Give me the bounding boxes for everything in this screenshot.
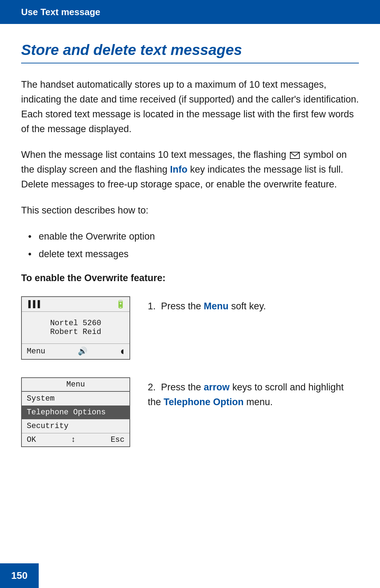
step2-link2: Telephone Option (164, 397, 243, 407)
menu-item-telephone-options: Telephone Options (22, 406, 129, 419)
page-title: Store and delete text messages (21, 42, 359, 63)
menu-softkey-ok: OK (27, 435, 36, 444)
mail-icon (290, 152, 300, 159)
step1-suffix: soft key. (229, 301, 266, 311)
paragraph-2: When the message list contains 10 text m… (21, 148, 359, 192)
menu-item-security: Secutrity (22, 419, 129, 433)
step2-number: 2. (148, 382, 161, 392)
top-banner: Use Text message (0, 0, 380, 24)
signal-icon: ▐▐▐ (26, 300, 40, 309)
menu-screen-2: Menu System Telephone Options Secutrity … (21, 377, 130, 447)
screen-center: Nortel 5260 Robert Reid (22, 312, 129, 344)
menu-bottom-row: OK ↕ Esc (22, 433, 129, 446)
step-1-text: 1. Press the Menu soft key. (148, 296, 359, 314)
menu-item-system: System (22, 392, 129, 406)
step2-suffix: menu. (244, 397, 273, 407)
screen-top-row: ▐▐▐ 🔋 (22, 297, 129, 312)
speaker-icon: ◖ (120, 347, 125, 356)
menu-softkey-arrow: ↕ (71, 435, 76, 444)
step1-number: 1. (148, 301, 161, 311)
step-2-row: Menu System Telephone Options Secutrity … (21, 377, 359, 447)
bullet-item-1: enable the Overwrite option (28, 229, 359, 244)
step-2-text: 2. Press the arrow keys to scroll and hi… (148, 377, 359, 410)
para2-info: Info (170, 164, 187, 175)
step1-prefix: Press the (161, 301, 204, 311)
main-content: Store and delete text messages The hands… (0, 24, 380, 493)
step2-link1: arrow (204, 382, 230, 392)
mute-icon: 🔊 (78, 347, 87, 356)
overwrite-heading: To enable the Overwrite feature: (21, 273, 359, 284)
banner-text: Use Text message (21, 7, 100, 17)
bullet-list: enable the Overwrite option delete text … (28, 229, 359, 262)
section-intro: This section describes how to: (21, 203, 359, 218)
para2-prefix: When the message list contains 10 text m… (21, 149, 289, 160)
screen-line1: Nortel 5260 (26, 319, 125, 328)
battery-icon: 🔋 (116, 300, 125, 309)
page-number: 150 (11, 570, 28, 581)
step-1-row: ▐▐▐ 🔋 Nortel 5260 Robert Reid Menu 🔊 ◖ 1… (21, 296, 359, 360)
screen-bottom-row: Menu 🔊 ◖ (22, 344, 129, 359)
menu-softkey-esc: Esc (110, 435, 125, 444)
menu-title: Menu (22, 378, 129, 392)
page-number-box: 150 (0, 563, 39, 588)
bullet-item-2: delete text messages (28, 247, 359, 262)
step1-link: Menu (204, 301, 229, 311)
step2-prefix: Press the (161, 382, 204, 392)
device-screen-1: ▐▐▐ 🔋 Nortel 5260 Robert Reid Menu 🔊 ◖ (21, 296, 130, 360)
paragraph-1: The handset automatically stores up to a… (21, 78, 359, 136)
softkey1: Menu (27, 347, 45, 356)
screen-line2: Robert Reid (26, 328, 125, 336)
